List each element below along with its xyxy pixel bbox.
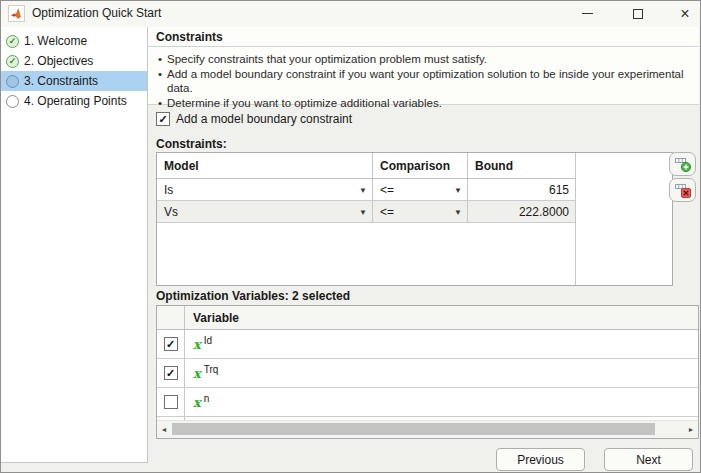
column-header-comparison: Comparison [373, 153, 468, 178]
comparison-dropdown[interactable]: <= ▼ [373, 201, 468, 222]
delete-row-icon [674, 182, 692, 199]
variable-cell: x Trq [185, 359, 698, 387]
matlab-logo-icon [8, 5, 25, 22]
title-bar: Optimization Quick Start × [1, 1, 700, 28]
variable-name: Trq [204, 364, 219, 375]
sidebar-item-objectives[interactable]: ✓ 2. Objectives [1, 51, 147, 71]
comparison-dropdown[interactable]: <= ▼ [373, 179, 468, 200]
table-row: Is ▼ <= ▼ 615 [157, 179, 575, 201]
variable-checkbox-cell [157, 388, 185, 416]
close-button[interactable]: × [668, 1, 701, 26]
variable-checkbox-cell: ✓ [157, 330, 185, 358]
step-complete-icon: ✓ [6, 55, 19, 68]
instructions-list: • Specify constraints that your optimiza… [148, 47, 699, 110]
chevron-down-icon: ▼ [359, 185, 367, 194]
model-value: Vs [164, 205, 178, 219]
step-label: 1. Welcome [24, 34, 87, 48]
constraints-grid: Model Comparison Bound Is ▼ <= ▼ 615 Vs … [157, 153, 575, 285]
wizard-steps-sidebar: ✓ 1. Welcome ✓ 2. Objectives 3. Constrai… [1, 27, 148, 463]
instruction-text: Determine if you want to optimize additi… [167, 96, 442, 111]
boundary-constraint-checkbox[interactable]: ✓ [156, 112, 170, 126]
variables-table: Variable ✓ x Id ✓ x Trq x [156, 305, 699, 439]
bullet-icon: • [158, 52, 162, 67]
optimization-variables-label: Optimization Variables: 2 selected [156, 289, 350, 303]
constraints-header-row: Model Comparison Bound [157, 153, 575, 179]
boundary-constraint-label: Add a model boundary constraint [176, 112, 352, 126]
variable-checkbox[interactable] [164, 395, 178, 409]
previous-button[interactable]: Previous [496, 448, 585, 471]
variable-name: n [204, 393, 210, 404]
chevron-down-icon: ▼ [454, 207, 462, 216]
step-label: 4. Operating Points [24, 94, 127, 108]
sidebar-item-operating-points[interactable]: 4. Operating Points [1, 91, 147, 111]
instruction-item: • Determine if you want to optimize addi… [158, 96, 691, 111]
table-row: ✓ x Id [157, 330, 698, 359]
table-filler-area [575, 153, 672, 285]
chevron-down-icon: ▼ [359, 207, 367, 216]
add-row-icon [674, 156, 692, 173]
chevron-down-icon: ▼ [454, 185, 462, 194]
minimize-button[interactable] [570, 1, 604, 26]
model-dropdown[interactable]: Is ▼ [157, 179, 373, 200]
variable-x-icon: x [193, 395, 201, 410]
step-current-icon [6, 75, 19, 88]
bound-input[interactable]: 615 [468, 179, 575, 200]
variable-checkbox[interactable]: ✓ [164, 366, 178, 380]
table-row: Vs ▼ <= ▼ 222.8000 [157, 201, 575, 223]
instruction-item: • Add a model boundary constraint if you… [158, 67, 691, 96]
variable-name: Id [204, 335, 212, 346]
next-button[interactable]: Next [604, 448, 693, 471]
scrollbar-thumb[interactable] [172, 423, 655, 435]
step-description-panel: Constraints • Specify constraints that y… [148, 27, 699, 105]
model-value: Is [164, 183, 173, 197]
bullet-icon: • [158, 67, 162, 96]
constraints-table: Model Comparison Bound Is ▼ <= ▼ 615 Vs … [156, 152, 673, 286]
variable-checkbox-cell: ✓ [157, 359, 185, 387]
sidebar-item-welcome[interactable]: ✓ 1. Welcome [1, 31, 147, 51]
optimization-quick-start-dialog: Optimization Quick Start × ✓ 1. Welcome … [0, 0, 701, 473]
instruction-item: • Specify constraints that your optimiza… [158, 52, 691, 67]
step-pending-icon [6, 95, 19, 108]
comparison-value: <= [380, 183, 394, 197]
variable-cell: x Id [185, 330, 698, 358]
sidebar-item-constraints[interactable]: 3. Constraints [1, 71, 147, 91]
window-title: Optimization Quick Start [32, 1, 161, 26]
step-label: 3. Constraints [24, 74, 98, 88]
step-label: 2. Objectives [24, 54, 93, 68]
model-dropdown[interactable]: Vs ▼ [157, 201, 373, 222]
table-row: ✓ x Trq [157, 359, 698, 388]
step-complete-icon: ✓ [6, 35, 19, 48]
scroll-left-icon[interactable]: ◄ [157, 421, 171, 438]
constraints-table-label: Constraints: [156, 137, 227, 151]
minimize-icon [582, 13, 593, 14]
column-header-variable: Variable [185, 306, 698, 329]
variable-cell: x n [185, 388, 698, 416]
maximize-button[interactable] [621, 1, 655, 26]
close-icon: × [680, 6, 689, 22]
column-header-bound: Bound [468, 153, 575, 178]
maximize-icon [633, 9, 643, 19]
instruction-text: Add a model boundary constraint if you w… [167, 67, 691, 96]
add-constraint-button[interactable] [669, 152, 696, 176]
variable-checkbox[interactable]: ✓ [164, 337, 178, 351]
delete-constraint-button[interactable] [669, 178, 696, 202]
boundary-constraint-checkbox-row: ✓ Add a model boundary constraint [156, 112, 352, 126]
table-row: x n [157, 388, 698, 417]
scroll-right-icon[interactable]: ► [684, 421, 698, 438]
variable-x-icon: x [193, 366, 201, 381]
bullet-icon: • [158, 96, 162, 111]
comparison-value: <= [380, 205, 394, 219]
bound-input[interactable]: 222.8000 [468, 201, 575, 222]
variables-header-row: Variable [157, 306, 698, 330]
horizontal-scrollbar[interactable]: ◄ ► [157, 420, 698, 438]
select-column-header [157, 306, 185, 329]
variable-x-icon: x [193, 337, 201, 352]
column-header-model: Model [157, 153, 373, 178]
instruction-text: Specify constraints that your optimizati… [167, 52, 487, 67]
page-title: Constraints [148, 27, 699, 47]
